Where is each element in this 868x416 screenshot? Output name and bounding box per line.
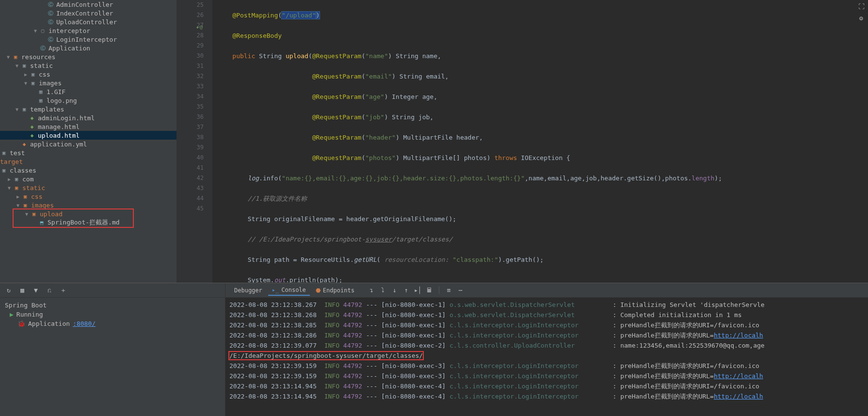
add-icon[interactable]: ＋: [59, 287, 67, 294]
editor-right-toolbar: ⛶ ⚙: [854, 0, 868, 22]
chevron-down-icon: ▼: [32, 28, 39, 33]
run-running[interactable]: ▶Running: [0, 310, 225, 319]
html-icon: ◆: [28, 114, 36, 122]
tree-adminlogin[interactable]: ◆adminLogin.html: [0, 113, 177, 122]
step-over-icon[interactable]: ⤵: [379, 287, 387, 294]
folder-icon: ▣: [20, 62, 28, 69]
step-out-icon[interactable]: ↑: [402, 287, 410, 294]
console-output[interactable]: 2022-08-08 23:12:38.267 INFO 44792 --- […: [225, 298, 868, 416]
chevron-right-icon: ▶: [15, 194, 21, 199]
tree-upload-html[interactable]: ◆upload.html: [0, 131, 177, 140]
line-gutter: 25 26 27⬥@ 28 29 30 31 32 33 34 35 36 37…: [177, 0, 212, 283]
chevron-right-icon: ▶: [22, 72, 29, 77]
markdown-icon: ⬒: [38, 219, 46, 226]
code-editor[interactable]: 25 26 27⬥@ 28 29 30 31 32 33 34 35 36 37…: [177, 0, 868, 283]
chevron-down-icon: ▼: [15, 203, 21, 208]
class-icon: Ⓒ: [47, 18, 54, 26]
tree-test[interactable]: ▣test: [0, 148, 177, 157]
chevron-down-icon: ▼: [14, 63, 20, 68]
html-icon: ◆: [28, 123, 36, 130]
console-panel: Debugger ▸_Console ⬣Endpoints ↴ ⤵ ↓ ↑ ▸│…: [225, 283, 868, 416]
yaml-icon: ◆: [20, 140, 28, 148]
folder-icon: ▣: [21, 192, 29, 200]
filter-icon[interactable]: ▼: [32, 287, 40, 294]
console-icon: ▸_: [272, 287, 279, 293]
tree-login-interceptor[interactable]: ⒸLoginInterceptor: [0, 35, 177, 44]
project-tree[interactable]: ⒸAdminController ⒸIndexController ⒸUploa…: [0, 0, 177, 283]
tree-images[interactable]: ▼▣images: [0, 79, 177, 87]
bug-icon: 🐞: [17, 320, 25, 327]
step-icon[interactable]: ↴: [368, 287, 375, 294]
tab-console[interactable]: ▸_Console: [268, 285, 310, 296]
rerun-icon[interactable]: ↻: [5, 287, 13, 294]
chevron-down-icon: ▼: [6, 185, 13, 191]
tree-images2[interactable]: ▼▣images: [0, 201, 177, 209]
chevron-right-icon: ▶: [6, 176, 13, 182]
settings-icon[interactable]: ⚙: [857, 14, 866, 22]
step-into-icon[interactable]: ↓: [391, 287, 399, 294]
tree-gif[interactable]: ▦1.GIF: [0, 87, 177, 96]
evaluate-icon[interactable]: 🖩: [426, 287, 434, 294]
folder-icon: ▣: [29, 70, 37, 78]
folder-icon: ▣: [13, 184, 20, 192]
folder-icon: ▣: [21, 201, 29, 209]
tree-css2[interactable]: ▶▣css: [0, 192, 177, 201]
class-icon: Ⓒ: [47, 35, 54, 43]
chevron-down-icon: ▼: [5, 54, 12, 60]
pin-icon[interactable]: ⎌: [46, 287, 53, 294]
tree-upload-dir[interactable]: ▼▣upload: [14, 209, 133, 218]
folder-icon: ▣: [0, 149, 8, 157]
html-icon: ◆: [28, 131, 36, 139]
expand-icon[interactable]: ⛶: [857, 2, 866, 11]
image-icon: ▦: [37, 88, 45, 96]
folder-icon: ▣: [20, 105, 28, 113]
class-icon: Ⓒ: [47, 0, 54, 8]
tab-debugger[interactable]: Debugger: [230, 286, 266, 295]
more-icon[interactable]: ⋯: [457, 287, 465, 294]
chevron-down-icon: ▼: [23, 211, 30, 217]
tree-static[interactable]: ▼▣static: [0, 61, 177, 70]
upload-folder-highlight: ▼▣upload ⬒SpringBoot-拦截器.md: [14, 209, 133, 227]
tree-admin-controller[interactable]: ⒸAdminController: [0, 0, 177, 9]
tree-manage[interactable]: ◆manage.html: [0, 122, 177, 131]
tab-endpoints[interactable]: ⬣Endpoints: [312, 286, 358, 295]
list-icon[interactable]: ≡: [445, 287, 453, 294]
tree-interceptor[interactable]: ▼▢interceptor: [0, 26, 177, 35]
run-toolbar: ↻ ▦ ▼ ⎌ ＋: [0, 283, 225, 298]
console-tabs: Debugger ▸_Console ⬣Endpoints ↴ ⤵ ↓ ↑ ▸│…: [225, 283, 868, 298]
image-icon: ▦: [37, 96, 45, 104]
layout-icon[interactable]: ▦: [18, 287, 26, 294]
tree-static2[interactable]: ▼▣static: [0, 183, 177, 192]
tree-classes[interactable]: ▣classes: [0, 166, 177, 175]
tree-target[interactable]: target: [0, 157, 177, 166]
run-panel: ↻ ▦ ▼ ⎌ ＋ Spring Boot ▶Running 🐞Applicat…: [0, 283, 225, 416]
port-link[interactable]: :8080/: [73, 320, 96, 327]
play-icon: ▶: [10, 311, 14, 318]
class-icon: Ⓒ: [47, 9, 54, 17]
run-to-icon[interactable]: ▸│: [414, 287, 422, 294]
tree-resources[interactable]: ▼▣resources: [0, 52, 177, 61]
run-springboot[interactable]: Spring Boot: [0, 301, 225, 310]
tree-springboot-md[interactable]: ⬒SpringBoot-拦截器.md: [14, 218, 133, 227]
folder-icon: ▣: [0, 166, 8, 174]
tree-com[interactable]: ▶▣com: [0, 175, 177, 183]
chevron-down-icon: ▼: [22, 80, 29, 86]
tree-css[interactable]: ▶▣css: [0, 70, 177, 79]
tree-application[interactable]: ⒸApplication: [0, 44, 177, 52]
tree-app-yml[interactable]: ◆application.yml: [0, 140, 177, 148]
endpoints-icon: ⬣: [316, 287, 321, 294]
tree-logo[interactable]: ▦logo.png: [0, 96, 177, 105]
tree-templates[interactable]: ▼▣templates: [0, 105, 177, 113]
run-application[interactable]: 🐞Application :8080/: [0, 319, 225, 328]
tree-index-controller[interactable]: ⒸIndexController: [0, 9, 177, 17]
chevron-down-icon: ▼: [14, 107, 20, 112]
folder-icon: ▣: [13, 175, 20, 183]
class-icon: Ⓒ: [39, 44, 47, 52]
folder-icon: ▣: [12, 53, 19, 61]
code-area[interactable]: @PostMapping("/upload") @ResponseBody pu…: [212, 0, 868, 283]
package-icon: ▢: [39, 27, 47, 34]
folder-icon: ▣: [29, 79, 37, 87]
folder-icon: ▣: [30, 210, 38, 218]
tree-upload-controller[interactable]: ⒸUploadController: [0, 17, 177, 26]
